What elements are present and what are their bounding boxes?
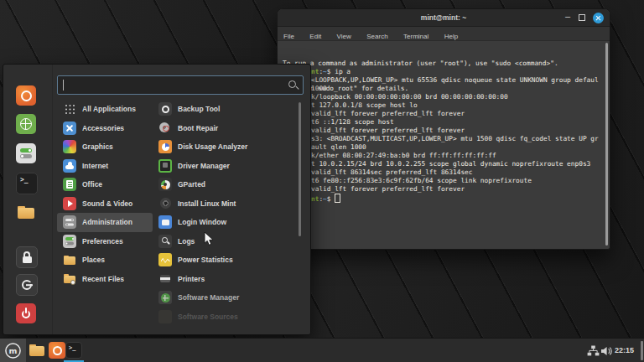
terminal-icon[interactable] (65, 342, 82, 359)
shutdown-icon[interactable] (16, 303, 36, 323)
sound-video-icon (63, 197, 76, 210)
menu-favorites-sidebar (3, 65, 53, 334)
app-power-statistics[interactable]: Power Statistics (153, 251, 297, 270)
terminal-output[interactable]: nt:~$ ip a<LOOPBACK,UP,LOWER_UP> mtu 655… (311, 68, 599, 204)
terminal-title: mint@mint: ~ (278, 9, 610, 26)
login-window-icon (158, 215, 172, 229)
app-login-window[interactable]: Login Window (153, 213, 297, 232)
category-all-applications[interactable]: All Applications (57, 100, 153, 119)
menu-scrollbar[interactable] (299, 102, 301, 236)
taskbar: m 22:15 (0, 338, 644, 362)
preferences-icon (63, 235, 76, 248)
software-manager-icon (158, 291, 172, 304)
internet-icon (63, 159, 76, 173)
menu-edit[interactable]: Edit (304, 30, 327, 44)
menu-file[interactable]: File (278, 30, 300, 44)
terminal-icon[interactable] (16, 173, 38, 194)
network-icon[interactable] (587, 345, 600, 356)
search-input[interactable] (57, 75, 304, 95)
recent-files-icon (63, 272, 76, 286)
terminal-titlebar[interactable]: mint@mint: ~ – (278, 9, 610, 27)
accessories-icon (63, 122, 76, 135)
menu-terminal[interactable]: Terminal (397, 30, 434, 44)
files-icon[interactable] (29, 342, 45, 359)
category-graphics[interactable]: Graphics (57, 137, 153, 157)
logs-icon (158, 235, 172, 248)
search-icon (288, 80, 296, 88)
app-boot-repair[interactable]: Boot Repair (153, 119, 297, 138)
driver-manager-icon (158, 159, 172, 173)
menu-button[interactable]: m (0, 339, 26, 362)
files-icon[interactable] (16, 203, 36, 223)
category-preferences[interactable]: Preferences (57, 232, 153, 251)
graphics-icon (63, 140, 76, 153)
boot-repair-icon (158, 122, 172, 135)
logout-icon[interactable] (16, 274, 38, 296)
app-logs[interactable]: Logs (153, 232, 297, 251)
system-settings-icon[interactable] (16, 143, 36, 163)
show-desktop-button[interactable] (641, 341, 643, 360)
clock[interactable]: 22:15 (615, 339, 634, 362)
menu-view[interactable]: View (331, 30, 357, 44)
disk-usage-icon (158, 140, 172, 153)
close-button[interactable] (593, 13, 604, 23)
category-places[interactable]: Places (57, 251, 153, 270)
app-backup-tool[interactable]: Backup Tool (153, 100, 297, 119)
office-icon (63, 178, 76, 191)
power-statistics-icon (158, 253, 172, 266)
printers-icon (158, 272, 172, 286)
category-list: All Applications Accessories Graphics In… (57, 100, 153, 288)
lock-icon[interactable] (16, 246, 38, 268)
app-software-sources[interactable]: Software Sources (153, 308, 297, 327)
text-caret (63, 80, 64, 90)
app-driver-manager[interactable]: Driver Manager (153, 157, 297, 176)
category-accessories[interactable]: Accessories (57, 119, 153, 138)
mint-logo-icon: m (4, 342, 22, 359)
app-install-linux-mint[interactable]: Install Linux Mint (153, 194, 297, 214)
app-disk-usage-analyzer[interactable]: Disk Usage Analyzer (153, 137, 297, 157)
minimize-button[interactable]: – (564, 14, 571, 21)
app-software-manager[interactable]: Software Manager (153, 288, 297, 308)
software-sources-icon (158, 310, 172, 323)
grid-icon (63, 102, 76, 116)
terminal-scrollbar[interactable] (605, 43, 608, 246)
menu-search[interactable]: Search (361, 30, 393, 44)
category-administration[interactable]: Administration (57, 213, 153, 232)
app-gparted[interactable]: GParted (153, 175, 297, 194)
firefox-icon[interactable] (16, 85, 36, 106)
mouse-cursor (204, 231, 215, 246)
terminal-window[interactable]: mint@mint: ~ – File Edit View Search Ter… (277, 8, 610, 250)
desktop-wallpaper: mint@mint: ~ – File Edit View Search Ter… (0, 0, 644, 362)
install-mint-icon (158, 197, 172, 210)
terminal-menubar: File Edit View Search Terminal Help (278, 27, 610, 41)
category-office[interactable]: Office (57, 175, 153, 194)
app-printers[interactable]: Printers (153, 270, 297, 289)
category-sound-video[interactable]: Sound & Video (57, 194, 153, 214)
category-recent-files[interactable]: Recent Files (57, 270, 153, 289)
backup-tool-icon (158, 102, 172, 116)
mint-menu-popup: All Applications Accessories Graphics In… (3, 64, 311, 335)
application-list: Backup Tool Boot Repair Disk Usage Analy… (153, 100, 297, 326)
maximize-button[interactable] (579, 14, 585, 21)
firefox-icon[interactable] (49, 342, 65, 359)
folder-icon (63, 253, 76, 266)
volume-icon[interactable] (600, 346, 612, 356)
menu-help[interactable]: Help (439, 30, 464, 44)
gparted-icon (158, 178, 172, 191)
administration-icon (63, 215, 76, 229)
category-internet[interactable]: Internet (57, 157, 153, 176)
software-manager-icon[interactable] (16, 114, 36, 134)
svg-text:m: m (9, 346, 18, 355)
